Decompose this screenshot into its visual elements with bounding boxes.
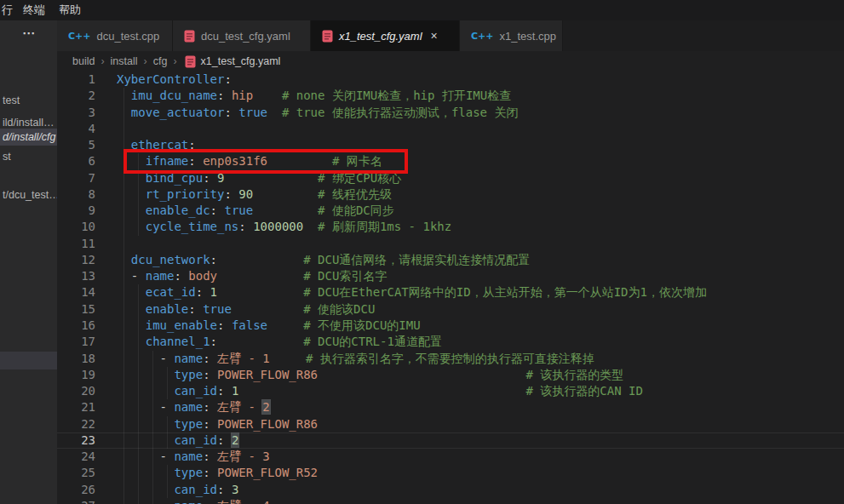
line-number[interactable]: 7: [57, 170, 95, 186]
line-number[interactable]: 17: [57, 334, 95, 350]
code-line[interactable]: 22 type: POWER_FLOW_R86: [57, 416, 844, 432]
code-text: XyberController:: [117, 72, 232, 88]
code-line[interactable]: 25 type: POWER_FLOW_R52: [57, 465, 844, 481]
line-number[interactable]: 13: [57, 268, 95, 284]
line-number[interactable]: 10: [57, 219, 95, 235]
token-k: type: [174, 417, 203, 431]
line-number[interactable]: 16: [57, 318, 95, 334]
token-c: # DCU索引名字: [303, 269, 387, 283]
token-p: :: [224, 106, 231, 119]
code-line[interactable]: 20 can_id: 1 # 该执行器的CAN ID: [57, 383, 844, 399]
menu-item-2[interactable]: 帮助: [59, 0, 81, 20]
line-number[interactable]: 1: [57, 72, 95, 88]
token-k: channel_1: [146, 335, 210, 348]
indent-guide-icon: [152, 432, 153, 449]
code-line[interactable]: 7 bind_cpu: 9 # 绑定CPU核心: [57, 170, 844, 186]
line-number[interactable]: 26: [57, 482, 95, 498]
code-line[interactable]: 19 type: POWER_FLOW_R86 # 该执行器的类型: [57, 367, 844, 383]
code-line[interactable]: 13 - name: body # DCU索引名字: [57, 268, 844, 284]
token-c: # 刷新周期1ms - 1khz: [318, 220, 451, 233]
code-line[interactable]: 5 ethercat:: [57, 137, 844, 153]
line-number[interactable]: 9: [57, 203, 95, 219]
token-w: [217, 253, 303, 266]
code-line[interactable]: 11: [57, 236, 844, 252]
token-k: true: [203, 302, 232, 316]
code-line[interactable]: 1XyberController:: [57, 72, 844, 88]
tab-dcu_test_cfg.yaml[interactable]: dcu_test_cfg.yaml: [173, 20, 311, 51]
line-number[interactable]: 14: [57, 284, 95, 301]
token-p: :: [203, 368, 210, 381]
breadcrumb: build›install›cfg›x1_test_cfg.yaml: [57, 51, 844, 72]
line-number[interactable]: 15: [57, 301, 95, 318]
code-text: ifname: enp0s31f6 # 网卡名: [117, 153, 382, 169]
indent-guide-icon: [167, 432, 168, 449]
token-s: POWER_FLOW_R86: [217, 368, 318, 381]
token-s: enp0s31f6: [203, 154, 267, 168]
line-number[interactable]: 20: [57, 383, 95, 399]
code-line[interactable]: 23 can_id: 2: [57, 432, 844, 449]
indent-guide-icon: [123, 432, 124, 449]
code-line[interactable]: 27 - name: 左臂 - 4: [57, 498, 844, 504]
line-number[interactable]: 3: [57, 105, 95, 121]
tab-dcu_test.cpp[interactable]: C++dcu_test.cpp: [57, 20, 173, 51]
indent-guide-icon: [138, 399, 139, 415]
line-number[interactable]: 4: [57, 121, 95, 137]
code-line[interactable]: 4: [57, 121, 844, 137]
code-line[interactable]: 8 rt_priority: 90 # 线程优先级: [57, 186, 844, 203]
code-line[interactable]: 15 enable: true # 使能该DCU: [57, 301, 844, 318]
token-p: :: [188, 138, 195, 152]
sidebar-item[interactable]: d/install/cfg: [0, 129, 57, 146]
token-w: [267, 318, 303, 332]
code-line[interactable]: 18 - name: 左臂 - 1 # 执行器索引名字，不需要控制的执行器可直接…: [57, 351, 844, 367]
code-line[interactable]: 21 - name: 左臂 - 2: [57, 399, 844, 415]
code-editor[interactable]: 1XyberController:2 imu_dcu_name: hip # n…: [57, 72, 844, 504]
indent-guide-icon: [138, 482, 139, 498]
token-w: [117, 368, 174, 381]
line-number[interactable]: 25: [57, 465, 95, 481]
code-line[interactable]: 14 ecat_id: 1 # DCU在EtherCAT网络中的ID，从主站开始…: [57, 284, 844, 301]
line-number[interactable]: 18: [57, 351, 95, 367]
code-line[interactable]: 3 move_actuator: true # true 使能执行器运动测试，f…: [57, 105, 844, 121]
line-number[interactable]: 8: [57, 186, 95, 203]
line-number[interactable]: 6: [57, 153, 95, 169]
code-line[interactable]: 12 dcu_network: # DCU通信网络，请根据实机连接情况配置: [57, 252, 844, 268]
line-number[interactable]: 2: [57, 88, 95, 104]
line-number[interactable]: 23: [57, 432, 95, 449]
sidebar-item[interactable]: test: [0, 92, 57, 109]
menu-item-1[interactable]: 终端: [23, 0, 45, 20]
code-line[interactable]: 2 imu_dcu_name: hip # none 关闭IMU检查，hip 打…: [57, 88, 844, 104]
menu-item-0[interactable]: 行: [2, 0, 13, 20]
sidebar-item[interactable]: st: [0, 148, 57, 165]
breadcrumb-segment[interactable]: install: [111, 55, 138, 67]
code-line[interactable]: 16 imu_enable: false # 不使用该DCU的IMU: [57, 318, 844, 334]
code-line[interactable]: 17 channel_1: # DCU的CTRL-1通道配置: [57, 334, 844, 350]
close-icon[interactable]: ×: [431, 30, 438, 42]
line-number[interactable]: 11: [57, 236, 95, 252]
line-number[interactable]: 27: [57, 498, 95, 504]
code-line[interactable]: 9 enable_dc: true # 使能DC同步: [57, 203, 844, 219]
code-line[interactable]: 24 - name: 左臂 - 3: [57, 449, 844, 465]
line-number[interactable]: 19: [57, 367, 95, 383]
code-line[interactable]: 10 cycle_time_ns: 1000000 # 刷新周期1ms - 1k…: [57, 219, 844, 235]
token-w: [224, 483, 231, 496]
more-actions-icon[interactable]: ⋯: [22, 26, 36, 41]
token-k: enable_dc: [146, 203, 210, 217]
line-number[interactable]: 5: [57, 137, 95, 153]
breadcrumb-segment[interactable]: cfg: [153, 55, 168, 67]
tab-label: dcu_test_cfg.yaml: [201, 30, 290, 43]
indent-guide-icon: [152, 351, 153, 367]
tab-x1_test_cfg.yaml[interactable]: x1_test_cfg.yaml×: [311, 20, 460, 51]
line-number[interactable]: 12: [57, 252, 95, 268]
line-number[interactable]: 24: [57, 449, 95, 465]
sidebar-item[interactable]: t/dcu_test…: [0, 186, 57, 203]
line-number[interactable]: 22: [57, 416, 95, 432]
indent-guide-icon: [138, 416, 139, 432]
line-number[interactable]: 21: [57, 399, 95, 415]
breadcrumb-file[interactable]: x1_test_cfg.yaml: [201, 55, 281, 67]
indent-guide-icon: [138, 432, 139, 449]
code-line[interactable]: 6 ifname: enp0s31f6 # 网卡名: [57, 153, 844, 169]
code-line[interactable]: 26 can_id: 3: [57, 482, 844, 498]
sidebar-item[interactable]: [0, 352, 57, 369]
breadcrumb-segment[interactable]: build: [72, 55, 95, 67]
tab-x1_test.cpp[interactable]: C++x1_test.cpp: [460, 20, 563, 51]
